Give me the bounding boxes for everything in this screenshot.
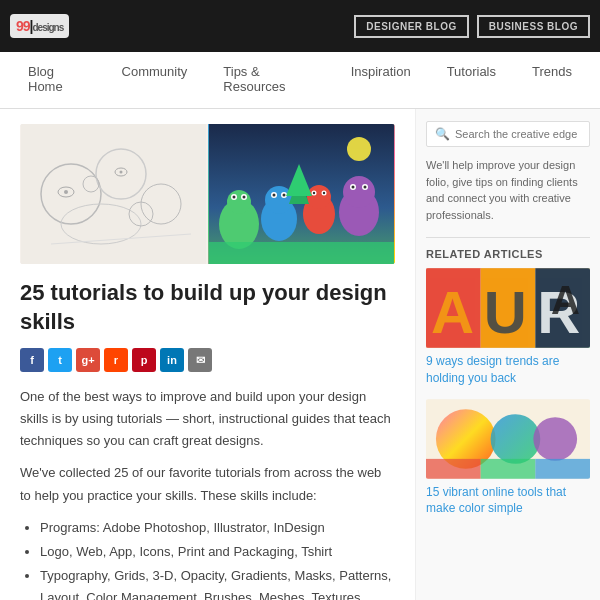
search-icon: 🔍 — [435, 127, 450, 141]
article-content: 25 tutorials to build up your design ski… — [0, 109, 415, 600]
svg-rect-38 — [209, 242, 394, 264]
sidebar: 🔍 We'll help improve your design folio, … — [415, 109, 600, 600]
header-buttons: DESIGNER BLOG BUSINESS BLOG — [354, 15, 590, 38]
googleplus-share-button[interactable]: g+ — [76, 348, 100, 372]
related-link-1[interactable]: 9 ways design trends are holding you bac… — [426, 354, 559, 385]
site-logo[interactable]: 99|designs — [10, 14, 69, 38]
designer-blog-button[interactable]: DESIGNER BLOG — [354, 15, 468, 38]
svg-point-25 — [282, 194, 285, 197]
site-header: 99|designs DESIGNER BLOG BUSINESS BLOG — [0, 0, 600, 52]
nav-trends[interactable]: Trends — [514, 52, 590, 108]
twitter-share-button[interactable]: t — [48, 348, 72, 372]
email-share-button[interactable]: ✉ — [188, 348, 212, 372]
reddit-share-button[interactable]: r — [104, 348, 128, 372]
facebook-share-button[interactable]: f — [20, 348, 44, 372]
nav-community[interactable]: Community — [104, 52, 206, 108]
svg-point-11 — [120, 171, 123, 174]
svg-point-19 — [242, 196, 245, 199]
svg-text:R: R — [537, 279, 580, 346]
article-title: 25 tutorials to build up your design ski… — [20, 279, 395, 336]
related-card-1: A U R 9 ways design trends are holding y… — [426, 268, 590, 387]
bullet-item: Typography, Grids, 3-D, Opacity, Gradien… — [40, 565, 395, 600]
nav-tips[interactable]: Tips & Resources — [205, 52, 332, 108]
linkedin-share-button[interactable]: in — [160, 348, 184, 372]
svg-rect-60 — [426, 458, 481, 478]
social-share-row: f t g+ r p in ✉ — [20, 348, 395, 372]
search-input[interactable] — [455, 128, 581, 140]
search-box[interactable]: 🔍 — [426, 121, 590, 147]
svg-text:U: U — [484, 279, 527, 346]
related-img-2 — [426, 399, 590, 479]
svg-point-58 — [491, 414, 541, 464]
logo-word: designs — [33, 22, 64, 33]
logo-box: 99|designs — [10, 14, 69, 38]
business-blog-button[interactable]: BUSINESS BLOG — [477, 15, 590, 38]
hero-colorful — [208, 124, 396, 264]
svg-text:A: A — [431, 279, 474, 346]
logo-number: 99 — [16, 18, 30, 34]
svg-point-59 — [533, 417, 577, 461]
bullet-item: Programs: Adobe Photoshop, Illustrator, … — [40, 517, 395, 539]
hero-image — [20, 124, 395, 264]
svg-point-35 — [351, 186, 354, 189]
related-articles-title: RELATED ARTICLES — [426, 237, 590, 260]
svg-rect-61 — [481, 458, 536, 478]
nav-tutorials[interactable]: Tutorials — [429, 52, 514, 108]
svg-point-29 — [313, 192, 315, 194]
nav-inspiration[interactable]: Inspiration — [333, 52, 429, 108]
main-nav: Blog Home Community Tips & Resources Ins… — [0, 52, 600, 109]
nav-blog-home[interactable]: Blog Home — [10, 52, 104, 108]
article-intro-p2: We've collected 25 of our favorite tutor… — [20, 462, 395, 506]
article-intro-p1: One of the best ways to improve and buil… — [20, 386, 395, 452]
bullet-item: Logo, Web, App, Icons, Print and Packagi… — [40, 541, 395, 563]
sketch-svg — [21, 124, 206, 264]
svg-point-15 — [227, 190, 251, 214]
related-link-2[interactable]: 15 vibrant online tools that make color … — [426, 485, 566, 516]
svg-point-13 — [347, 137, 371, 161]
hero-sketch — [20, 124, 208, 264]
svg-point-17 — [232, 196, 235, 199]
svg-point-33 — [343, 176, 375, 208]
related-card-2: 15 vibrant online tools that make color … — [426, 399, 590, 518]
svg-point-9 — [64, 190, 68, 194]
article-bullets: Programs: Adobe Photoshop, Illustrator, … — [20, 517, 395, 600]
svg-rect-62 — [535, 458, 590, 478]
colorful-svg — [209, 124, 394, 264]
pinterest-share-button[interactable]: p — [132, 348, 156, 372]
main-container: 25 tutorials to build up your design ski… — [0, 109, 600, 600]
svg-point-27 — [307, 185, 331, 209]
svg-point-23 — [272, 194, 275, 197]
svg-point-37 — [363, 186, 366, 189]
sidebar-description: We'll help improve your design folio, gi… — [426, 157, 590, 223]
svg-point-31 — [323, 192, 325, 194]
related-img-1: A U R — [426, 268, 590, 348]
